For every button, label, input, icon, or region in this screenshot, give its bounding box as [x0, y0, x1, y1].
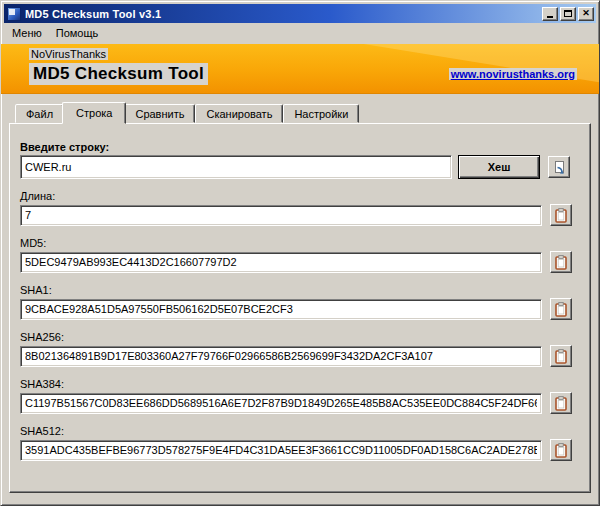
tab-file[interactable]: Файл — [15, 104, 64, 123]
sha384-label: SHA384: — [20, 379, 580, 390]
tab-scan[interactable]: Сканировать — [195, 104, 283, 123]
sha384-group: SHA384: — [20, 379, 580, 414]
copy-sha512-button[interactable] — [550, 439, 572, 461]
menu-bar: Меню Помощь — [1, 23, 599, 43]
sha512-field[interactable] — [20, 440, 542, 461]
tab-string[interactable]: Строка — [62, 102, 126, 124]
banner: NoVirusThanks MD5 Checksum Tool www.novi… — [1, 44, 599, 94]
tab-page-string: Введите строку: Хеш Длина: — [9, 123, 591, 493]
banner-app-title: MD5 Checksum Tool — [29, 63, 208, 85]
maximize-icon — [564, 10, 572, 17]
copy-length-button[interactable] — [550, 204, 572, 226]
clipboard-copy-icon — [554, 396, 568, 411]
sha256-label: SHA256: — [20, 332, 580, 343]
maximize-button[interactable] — [560, 7, 576, 21]
titlebar[interactable]: MD5 Checksum Tool v3.1 ✕ — [4, 4, 596, 23]
string-input-label: Введите строку: — [20, 142, 580, 153]
copy-sha256-button[interactable] — [550, 345, 572, 367]
sha512-group: SHA512: — [20, 426, 580, 461]
string-input[interactable] — [20, 155, 452, 179]
document-paste-icon — [552, 160, 567, 175]
sha512-label: SHA512: — [20, 426, 580, 437]
tab-strip: Файл Строка Сравнить Сканировать Настрой… — [15, 101, 599, 123]
app-window: MD5 Checksum Tool v3.1 ✕ Меню Помощь NoV… — [0, 0, 600, 506]
clipboard-copy-icon — [554, 302, 568, 317]
copy-md5-button[interactable] — [550, 251, 572, 273]
brand-label: NoVirusThanks — [29, 48, 108, 60]
sha384-field[interactable] — [20, 393, 542, 414]
length-group: Длина: — [20, 191, 580, 226]
sha256-group: SHA256: — [20, 332, 580, 367]
sha256-field[interactable] — [20, 346, 542, 367]
website-link[interactable]: www.novirusthanks.org — [449, 68, 577, 80]
tab-compare[interactable]: Сравнить — [124, 104, 195, 123]
sha1-group: SHA1: — [20, 285, 580, 320]
menu-item-help[interactable]: Помощь — [49, 25, 106, 41]
md5-label: MD5: — [20, 238, 580, 249]
window-title: MD5 Checksum Tool v3.1 — [25, 8, 542, 20]
paste-string-button[interactable] — [548, 156, 570, 178]
clipboard-copy-icon — [554, 255, 568, 270]
hash-button[interactable]: Хеш — [458, 155, 540, 179]
string-group: Введите строку: Хеш — [20, 142, 580, 179]
menu-item-menu[interactable]: Меню — [5, 25, 49, 41]
close-icon: ✕ — [582, 9, 590, 18]
md5-field[interactable] — [20, 252, 542, 273]
copy-sha1-button[interactable] — [550, 298, 572, 320]
clipboard-copy-icon — [554, 443, 568, 458]
tab-settings[interactable]: Настройки — [283, 104, 359, 123]
length-label: Длина: — [20, 191, 580, 202]
app-icon — [7, 7, 21, 21]
md5-group: MD5: — [20, 238, 580, 273]
minimize-icon — [547, 16, 553, 18]
clipboard-copy-icon — [554, 349, 568, 364]
sha1-label: SHA1: — [20, 285, 580, 296]
clipboard-copy-icon — [554, 208, 568, 223]
close-button[interactable]: ✕ — [578, 7, 594, 21]
minimize-button[interactable] — [542, 7, 558, 21]
copy-sha384-button[interactable] — [550, 392, 572, 414]
sha1-field[interactable] — [20, 299, 542, 320]
length-field[interactable] — [20, 205, 542, 226]
